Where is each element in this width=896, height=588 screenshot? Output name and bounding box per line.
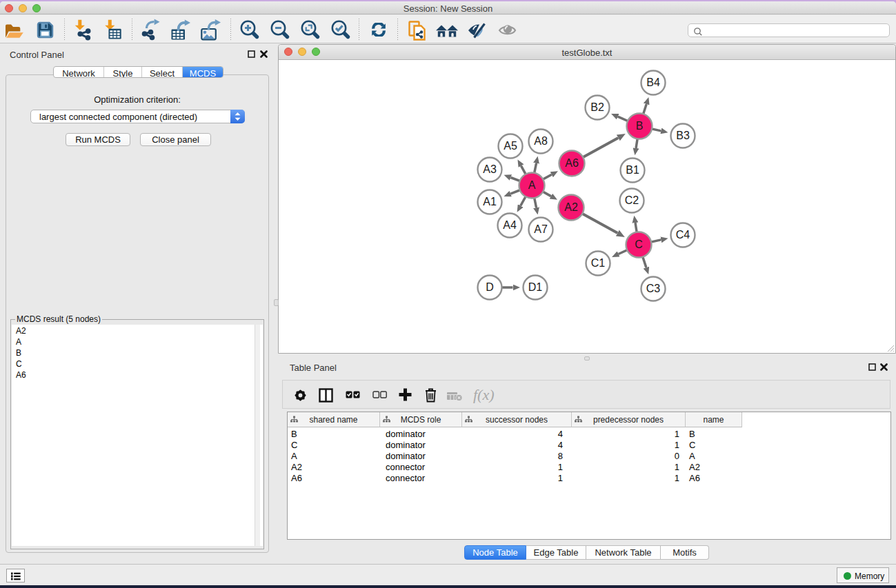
- svg-text:A2: A2: [564, 201, 578, 213]
- svg-text:A5: A5: [504, 140, 517, 152]
- svg-text:C1: C1: [591, 257, 606, 269]
- svg-text:B1: B1: [626, 164, 639, 176]
- svg-text:C4: C4: [676, 229, 690, 241]
- svg-text:C2: C2: [625, 194, 639, 206]
- svg-text:A6: A6: [565, 157, 579, 169]
- svg-text:A1: A1: [483, 196, 497, 207]
- svg-text:A7: A7: [534, 223, 548, 235]
- svg-text:A8: A8: [534, 135, 548, 147]
- svg-text:B2: B2: [590, 101, 604, 113]
- svg-text:D: D: [486, 281, 494, 293]
- svg-text:B: B: [636, 120, 644, 132]
- svg-text:A4: A4: [503, 219, 517, 231]
- svg-text:C: C: [635, 239, 643, 250]
- svg-text:A: A: [528, 179, 536, 191]
- svg-text:D1: D1: [528, 281, 543, 293]
- svg-text:B3: B3: [676, 130, 690, 141]
- svg-text:B4: B4: [646, 77, 660, 88]
- svg-text:C3: C3: [646, 283, 661, 294]
- svg-text:A3: A3: [483, 163, 497, 175]
